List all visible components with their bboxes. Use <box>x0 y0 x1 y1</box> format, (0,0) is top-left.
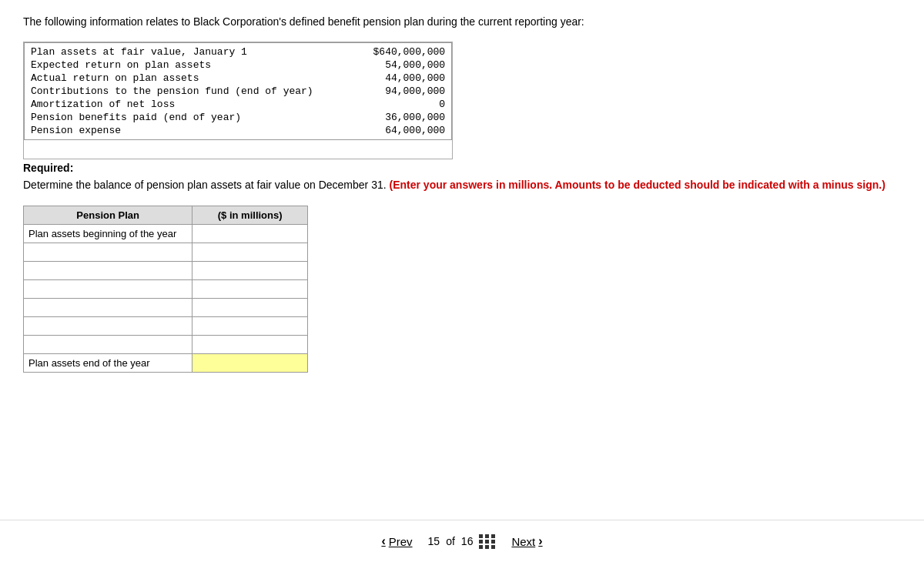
info-row-label: Pension benefits paid (end of year) <box>25 111 360 124</box>
info-row-label: Pension expense <box>25 124 360 140</box>
info-table: Plan assets at fair value, January 1 $64… <box>24 42 452 140</box>
info-row-value: 0 <box>360 98 452 111</box>
grid-icon <box>479 534 496 549</box>
info-table-row: Actual return on plan assets 44,000,000 <box>25 72 452 85</box>
pension-col1-header: Pension Plan <box>24 206 192 225</box>
current-page: 15 <box>428 535 440 547</box>
next-label: Next <box>511 535 535 548</box>
required-label: Required: <box>23 162 901 174</box>
prev-chevron-icon: ‹ <box>381 534 385 548</box>
pension-row-label <box>24 262 192 280</box>
pension-row-input-cell[interactable] <box>192 243 308 262</box>
info-row-value: 94,000,000 <box>360 85 452 98</box>
pension-row-label <box>24 336 192 354</box>
pension-row-input-7[interactable] <box>192 354 307 372</box>
info-row-label: Contributions to the pension fund (end o… <box>25 85 360 98</box>
pension-row-input-1[interactable] <box>192 243 307 261</box>
info-table-row: Amortization of net loss 0 <box>25 98 452 111</box>
pension-table-row <box>24 317 308 336</box>
pension-row-label <box>24 280 192 299</box>
pension-row-input-0[interactable] <box>192 225 307 243</box>
intro-text: The following information relates to Bla… <box>23 15 901 28</box>
pension-row-input-cell[interactable] <box>192 299 308 317</box>
info-row-label: Amortization of net loss <box>25 98 360 111</box>
next-chevron-icon: › <box>538 534 542 548</box>
pension-row-label <box>24 317 192 336</box>
pension-table-row <box>24 299 308 317</box>
required-section: Required: Determine the balance of pensi… <box>23 162 901 193</box>
pension-row-input-cell[interactable] <box>192 354 308 373</box>
nav-footer: ‹ Prev 15 of 16 Next › <box>0 520 924 562</box>
pension-row-label: Plan assets beginning of the year <box>24 225 192 243</box>
pension-row-input-4[interactable] <box>192 299 307 316</box>
info-table-row: Plan assets at fair value, January 1 $64… <box>25 43 452 59</box>
pension-row-input-cell[interactable] <box>192 225 308 243</box>
info-row-value: 36,000,000 <box>360 111 452 124</box>
pension-row-input-cell[interactable] <box>192 262 308 280</box>
next-button[interactable]: Next › <box>511 534 542 548</box>
pension-table-row: Plan assets end of the year <box>24 354 308 373</box>
pension-table-row <box>24 262 308 280</box>
pension-plan-table: Pension Plan ($ in millions) Plan assets… <box>23 206 308 373</box>
prev-button[interactable]: ‹ Prev <box>381 534 412 548</box>
total-pages: 16 <box>461 535 474 547</box>
info-table-row: Expected return on plan assets 54,000,00… <box>25 59 452 72</box>
pension-row-input-6[interactable] <box>192 336 307 353</box>
pension-table-row: Plan assets beginning of the year <box>24 225 308 243</box>
pension-row-input-cell[interactable] <box>192 336 308 354</box>
pension-row-label: Plan assets end of the year <box>24 354 192 373</box>
info-row-label: Actual return on plan assets <box>25 72 360 85</box>
required-desc-plain: Determine the balance of pension plan as… <box>23 179 390 191</box>
pension-table-row <box>24 336 308 354</box>
pension-col2-header: ($ in millions) <box>192 206 308 225</box>
page-info: 15 of 16 <box>428 534 497 549</box>
pension-row-label <box>24 243 192 262</box>
info-row-value: 44,000,000 <box>360 72 452 85</box>
pension-row-input-5[interactable] <box>192 317 307 335</box>
info-table-row: Pension benefits paid (end of year) 36,0… <box>25 111 452 124</box>
pension-row-input-cell[interactable] <box>192 280 308 299</box>
info-row-value: $640,000,000 <box>360 43 452 59</box>
pension-row-input-3[interactable] <box>192 280 307 298</box>
pension-row-input-2[interactable] <box>192 262 307 279</box>
page-content: The following information relates to Bla… <box>0 0 924 388</box>
pension-table-row <box>24 243 308 262</box>
pension-row-label <box>24 299 192 317</box>
info-row-value: 54,000,000 <box>360 59 452 72</box>
pension-row-input-cell[interactable] <box>192 317 308 336</box>
info-row-label: Plan assets at fair value, January 1 <box>25 43 360 59</box>
required-desc: Determine the balance of pension plan as… <box>23 177 901 193</box>
required-desc-red: (Enter your answers in millions. Amounts… <box>390 179 886 191</box>
page-separator: of <box>446 535 455 547</box>
info-table-row: Contributions to the pension fund (end o… <box>25 85 452 98</box>
info-row-label: Expected return on plan assets <box>25 59 360 72</box>
pension-table-row <box>24 280 308 299</box>
info-row-value: 64,000,000 <box>360 124 452 140</box>
info-table-wrapper: Plan assets at fair value, January 1 $64… <box>23 42 453 159</box>
info-table-row: Pension expense 64,000,000 <box>25 124 452 140</box>
prev-label: Prev <box>389 535 413 548</box>
